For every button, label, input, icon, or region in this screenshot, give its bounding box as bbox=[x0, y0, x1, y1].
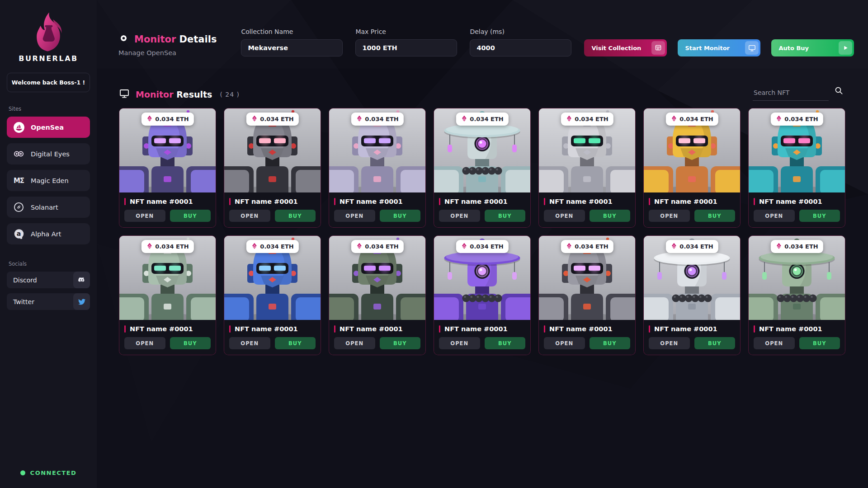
nft-card: 0.034 ETH NFT name #0001 OPEN BUY bbox=[643, 108, 741, 228]
price-label: 0.034 ETH bbox=[155, 116, 189, 122]
max-price-input[interactable] bbox=[355, 39, 457, 56]
nft-name: NFT name #0001 bbox=[235, 198, 298, 205]
price-label: 0.034 ETH bbox=[365, 116, 398, 122]
price-badge: 0.034 ETH bbox=[665, 240, 718, 253]
nft-name: NFT name #0001 bbox=[549, 325, 613, 333]
price-label: 0.034 ETH bbox=[575, 116, 608, 122]
card-body: NFT name #0001 OPEN BUY bbox=[644, 320, 740, 355]
sidebar-item-alpha-art[interactable]: a Alpha Art bbox=[7, 223, 90, 244]
window-icon bbox=[651, 41, 665, 55]
buy-button[interactable]: BUY bbox=[694, 210, 736, 222]
eth-icon bbox=[356, 115, 362, 123]
eth-icon bbox=[670, 242, 677, 251]
monitor-results-header: Monitor Results ( 24 ) bbox=[97, 69, 868, 101]
delay-input[interactable] bbox=[470, 39, 571, 56]
open-button[interactable]: OPEN bbox=[544, 337, 585, 349]
card-body: NFT name #0001 OPEN BUY bbox=[749, 192, 845, 227]
card-body: NFT name #0001 OPEN BUY bbox=[224, 320, 321, 355]
buy-button[interactable]: BUY bbox=[590, 337, 631, 349]
card-body: NFT name #0001 OPEN BUY bbox=[749, 320, 845, 355]
buy-button[interactable]: BUY bbox=[485, 210, 526, 222]
collection-name-input[interactable] bbox=[241, 39, 343, 56]
start-monitor-button[interactable]: Start Monitor bbox=[678, 39, 760, 56]
visit-collection-button[interactable]: Visit Collection bbox=[584, 39, 667, 56]
max-price-label: Max Price bbox=[355, 28, 457, 35]
sidebar-item-label: Magic Eden bbox=[31, 177, 69, 184]
welcome-message: Welcome back Boss-1 ! bbox=[7, 73, 90, 92]
open-button[interactable]: OPEN bbox=[754, 210, 795, 222]
price-label: 0.034 ETH bbox=[470, 116, 503, 122]
buy-button[interactable]: BUY bbox=[275, 210, 316, 222]
open-button[interactable]: OPEN bbox=[229, 337, 270, 349]
buy-button[interactable]: BUY bbox=[485, 337, 526, 349]
price-label: 0.034 ETH bbox=[260, 116, 293, 122]
sidebar-item-digital-eyes[interactable]: Digital Eyes bbox=[7, 143, 90, 164]
card-body: NFT name #0001 OPEN BUY bbox=[329, 192, 425, 227]
auto-buy-button[interactable]: Auto Buy bbox=[771, 39, 854, 56]
name-accent-bar bbox=[124, 325, 126, 333]
buy-button[interactable]: BUY bbox=[170, 210, 211, 222]
price-badge: 0.034 ETH bbox=[665, 113, 718, 126]
buy-button[interactable]: BUY bbox=[590, 210, 631, 222]
name-accent-bar bbox=[754, 198, 755, 205]
name-accent-bar bbox=[334, 198, 335, 205]
buy-button[interactable]: BUY bbox=[694, 337, 736, 349]
open-button[interactable]: OPEN bbox=[649, 337, 690, 349]
status-dot-icon bbox=[20, 470, 25, 475]
nft-name: NFT name #0001 bbox=[654, 325, 717, 333]
open-button[interactable]: OPEN bbox=[544, 210, 585, 222]
social-link-discord[interactable]: Discord bbox=[7, 272, 90, 288]
nft-name: NFT name #0001 bbox=[130, 325, 193, 333]
monitor-details-header: Monitor Details Manage OpenSea Collectio… bbox=[97, 0, 868, 69]
nft-name: NFT name #0001 bbox=[759, 325, 822, 333]
svg-text:a: a bbox=[16, 230, 21, 237]
buy-button[interactable]: BUY bbox=[380, 337, 421, 349]
open-button[interactable]: OPEN bbox=[439, 337, 480, 349]
social-link-twitter[interactable]: Twitter bbox=[7, 293, 90, 310]
solanart-icon bbox=[13, 201, 25, 213]
card-body: NFT name #0001 OPEN BUY bbox=[119, 192, 216, 227]
sidebar-item-solanart[interactable]: Solanart bbox=[7, 197, 90, 218]
search-icon[interactable] bbox=[834, 86, 844, 97]
buy-button[interactable]: BUY bbox=[799, 210, 840, 222]
eth-icon bbox=[775, 115, 782, 123]
open-button[interactable]: OPEN bbox=[124, 337, 165, 349]
open-button[interactable]: OPEN bbox=[334, 210, 375, 222]
buy-button[interactable]: BUY bbox=[380, 210, 421, 222]
eth-icon bbox=[461, 115, 467, 123]
nft-card: 0.034 ETH NFT name #0001 OPEN BUY bbox=[538, 108, 636, 228]
card-body: NFT name #0001 OPEN BUY bbox=[539, 192, 635, 227]
nft-card: 0.034 ETH NFT name #0001 OPEN BUY bbox=[643, 235, 741, 355]
nft-card: 0.034 ETH NFT name #0001 OPEN BUY bbox=[748, 235, 845, 355]
card-body: NFT name #0001 OPEN BUY bbox=[329, 320, 425, 355]
open-button[interactable]: OPEN bbox=[334, 337, 375, 349]
price-badge: 0.034 ETH bbox=[770, 240, 823, 253]
name-accent-bar bbox=[439, 325, 440, 333]
name-accent-bar bbox=[649, 198, 650, 205]
title-block: Monitor Details Manage OpenSea bbox=[118, 33, 217, 56]
price-label: 0.034 ETH bbox=[679, 243, 713, 250]
buy-button[interactable]: BUY bbox=[799, 337, 840, 349]
results-count: ( 24 ) bbox=[220, 91, 240, 98]
name-accent-bar bbox=[439, 198, 440, 205]
card-body: NFT name #0001 OPEN BUY bbox=[434, 192, 530, 227]
eth-icon bbox=[251, 115, 257, 123]
gear-icon bbox=[118, 33, 129, 45]
name-accent-bar bbox=[754, 325, 755, 333]
open-button[interactable]: OPEN bbox=[754, 337, 795, 349]
sidebar-item-magic-eden[interactable]: MΣ Magic Eden bbox=[7, 170, 90, 191]
search-nft-input[interactable] bbox=[753, 87, 829, 101]
social-label: Twitter bbox=[13, 298, 34, 305]
buy-button[interactable]: BUY bbox=[275, 337, 316, 349]
open-button[interactable]: OPEN bbox=[124, 210, 165, 222]
buy-button[interactable]: BUY bbox=[170, 337, 211, 349]
nft-grid: 0.034 ETH NFT name #0001 OPEN BUY 0. bbox=[119, 108, 845, 355]
open-button[interactable]: OPEN bbox=[649, 210, 690, 222]
eth-icon bbox=[461, 242, 467, 251]
open-button[interactable]: OPEN bbox=[439, 210, 480, 222]
nft-name: NFT name #0001 bbox=[130, 198, 193, 205]
sidebar-item-opensea[interactable]: OpenSea bbox=[7, 117, 90, 138]
open-button[interactable]: OPEN bbox=[229, 210, 270, 222]
price-label: 0.034 ETH bbox=[679, 116, 713, 122]
play-icon bbox=[839, 41, 852, 55]
